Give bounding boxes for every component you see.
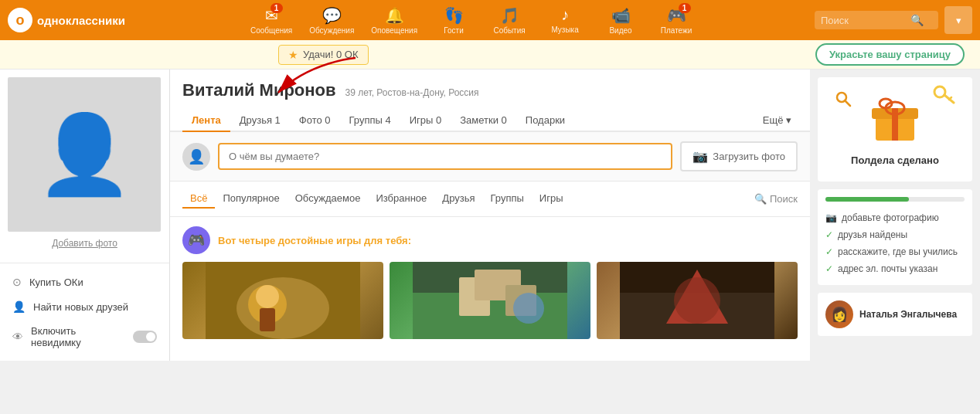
tab-friends[interactable]: Друзья 1	[230, 110, 290, 132]
main-layout: 👤 Добавить фото ⊙ Купить ОКи 👤 Найти нов…	[0, 70, 980, 361]
tab-photos[interactable]: Фото 0	[290, 110, 340, 132]
sidebar-item-buy-ok[interactable]: ⊙ Купить ОКи	[0, 270, 169, 294]
tab-games[interactable]: Игры 0	[400, 110, 451, 132]
discussions-label: Обсуждения	[309, 26, 354, 35]
tab-notes[interactable]: Заметки 0	[451, 110, 516, 132]
profile-name: Виталий Миронов	[182, 80, 336, 100]
top-navigation: о одноклассники ✉1 Сообщения 💬 Обсуждени…	[0, 0, 980, 40]
progress-item-edu[interactable]: ✓ расскажите, где вы учились	[825, 243, 965, 260]
person-small-icon: 👤	[188, 148, 205, 165]
magnifier-icon	[835, 90, 852, 107]
game-thumbnails	[182, 262, 798, 339]
nav-item-guests[interactable]: 👣 Гости	[427, 3, 481, 38]
lucky-label: Удачи! 0 ОК	[303, 49, 359, 60]
person-icon: 👤	[36, 109, 133, 200]
nav-avatar[interactable]: ▾	[944, 6, 972, 34]
search-icon: 🔍	[910, 14, 924, 26]
progress-item-friends[interactable]: ✓ друзья найдены	[825, 226, 965, 243]
search-box[interactable]: 🔍	[815, 11, 938, 29]
feed-tab-groups[interactable]: Группы	[483, 189, 532, 209]
avatar-section: 👤 Добавить фото	[0, 70, 169, 263]
svg-point-4	[256, 285, 279, 308]
nav-item-messages[interactable]: ✉1 Сообщения	[243, 3, 300, 38]
logo-text: одноклассники	[37, 14, 125, 27]
game-thumb-1[interactable]	[182, 262, 383, 339]
ok-icon: ⊙	[12, 276, 22, 288]
profile-tabs: Лента Друзья 1 Фото 0 Группы 4 Игры 0 За…	[170, 102, 810, 132]
guests-icon: 👣	[444, 6, 464, 25]
photo-upload-button[interactable]: 📷 Загрузить фото	[680, 141, 798, 171]
messages-badge: 1	[271, 3, 283, 13]
nav-item-video[interactable]: 📹 Видео	[594, 3, 648, 38]
camera-small-icon: 📷	[825, 212, 837, 223]
payments-label: Платежи	[661, 26, 692, 35]
feed-tab-saved[interactable]: Избранное	[368, 189, 434, 209]
game1-image	[182, 262, 383, 339]
profile-age-location: 39 лет, Ростов-на-Дону, Россия	[345, 87, 479, 98]
gamepad-icon: 🎮	[182, 226, 210, 254]
game-thumb-3[interactable]	[597, 262, 798, 339]
sidebar-item-find-friends[interactable]: 👤 Найти новых друзей	[0, 294, 169, 319]
nav-item-discussions[interactable]: 💬 Обсуждения	[301, 3, 362, 38]
lucky-bar: ★ Удачи! 0 ОК Украсьте вашу страницу	[0, 40, 980, 70]
nav-item-payments[interactable]: 🎮1 Платежи	[649, 3, 703, 38]
post-box: 👤 📷 Загрузить фото	[170, 132, 810, 182]
key-icon	[932, 83, 955, 106]
check-icon-3: ✓	[825, 263, 833, 274]
decorate-button[interactable]: Украсьте вашу страницу	[815, 43, 965, 66]
promo-subtitle: Полдела сделано	[827, 154, 963, 166]
lucky-button[interactable]: ★ Удачи! 0 ОК	[278, 45, 369, 65]
svg-point-15	[674, 277, 720, 324]
tab-gifts[interactable]: Подарки	[516, 110, 574, 132]
discussions-icon: 💬	[322, 6, 342, 25]
game2-image	[390, 262, 590, 339]
events-label: События	[493, 26, 525, 35]
game3-image	[597, 262, 798, 339]
site-logo[interactable]: о одноклассники	[8, 8, 131, 32]
progress-bar-track	[825, 197, 965, 202]
svg-rect-5	[260, 308, 275, 331]
nav-items: ✉1 Сообщения 💬 Обсуждения 🔔 Оповещения 👣…	[131, 3, 815, 38]
feed-tab-games[interactable]: Игры	[532, 189, 571, 209]
nav-item-music[interactable]: ♪ Музыка	[538, 3, 592, 37]
messages-label: Сообщения	[250, 26, 292, 35]
profile-avatar[interactable]: 👤	[8, 77, 161, 232]
music-icon: ♪	[561, 6, 569, 24]
sidebar-item-invisible[interactable]: 👁 Включить невидимку	[0, 319, 169, 355]
feed-search-button[interactable]: 🔍 Поиск	[754, 193, 798, 205]
search-input[interactable]	[821, 15, 906, 26]
promo-card: Полдела сделано	[818, 77, 972, 182]
feed-tab-discussed[interactable]: Обсуждаемое	[288, 189, 369, 209]
suggestion-avatar: 👩	[825, 300, 853, 328]
feed-tab-popular[interactable]: Популярное	[215, 189, 287, 209]
events-icon: 🎵	[500, 6, 519, 25]
avatar-chevron: ▾	[956, 15, 961, 26]
progress-item-email[interactable]: ✓ адрес эл. почты указан	[825, 260, 965, 277]
music-label: Музыка	[551, 25, 578, 34]
video-label: Видео	[609, 26, 631, 35]
guests-label: Гости	[444, 26, 463, 35]
post-text-input[interactable]	[218, 143, 672, 170]
eye-icon: 👁	[12, 331, 23, 343]
suggestion-name: Наталья Энгалычева	[859, 309, 957, 320]
game-thumb-2[interactable]	[390, 262, 590, 339]
invisible-toggle[interactable]	[133, 331, 157, 343]
tab-more[interactable]: Ещё ▾	[757, 110, 798, 131]
check-icon-1: ✓	[825, 229, 833, 240]
svg-line-25	[845, 100, 850, 106]
messages-icon: ✉1	[265, 6, 278, 25]
nav-item-events[interactable]: 🎵 События	[482, 3, 536, 38]
gift-icon	[864, 87, 926, 148]
game-promo-header: 🎮 Вот четыре достойные игры для тебя:	[182, 226, 798, 254]
progress-item-photo[interactable]: 📷 добавьте фотографию	[825, 209, 965, 226]
check-icon-2: ✓	[825, 246, 833, 257]
add-photo-link[interactable]: Добавить фото	[8, 232, 162, 255]
opinions-label: Оповещения	[371, 26, 417, 35]
feed-tab-friends[interactable]: Друзья	[434, 189, 482, 209]
feed-tab-all[interactable]: Всё	[182, 189, 215, 209]
tab-feed[interactable]: Лента	[182, 110, 230, 132]
nav-item-opinions[interactable]: 🔔 Оповещения	[363, 3, 425, 38]
game-promo: 🎮 Вот четыре достойные игры для тебя:	[170, 217, 810, 348]
progress-card: 📷 добавьте фотографию ✓ друзья найдены ✓…	[818, 189, 972, 285]
tab-groups[interactable]: Группы 4	[340, 110, 400, 132]
